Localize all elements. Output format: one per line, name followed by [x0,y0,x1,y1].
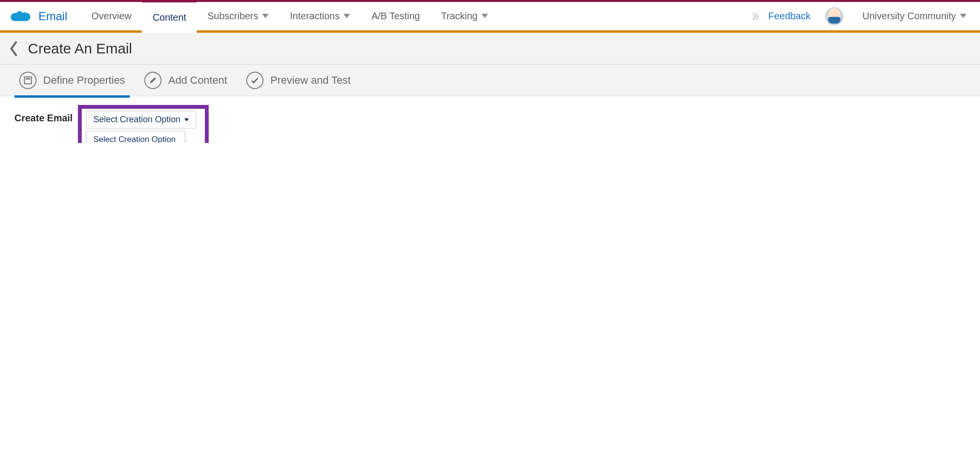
nav-content[interactable]: Content [142,0,197,33]
nav-university-community[interactable]: University Community [852,2,980,30]
check-icon [246,72,264,89]
chevron-down-icon [343,11,350,22]
nav-tracking[interactable]: Tracking [430,2,499,30]
chevron-down-icon [960,11,967,22]
properties-icon [19,72,37,89]
nav-interactions-label: Interactions [290,11,339,22]
step-label: Define Properties [43,74,125,87]
brand-label: Email [38,10,67,23]
workarea: Create Email Select Creation Option Sele… [0,96,980,143]
option-select-creation-option[interactable]: Select Creation Option [87,131,185,143]
step-add-content[interactable]: Add Content [144,72,227,89]
salesforce-cloud-icon [10,9,31,24]
step-label: Add Content [168,74,227,87]
nav-subscribers-label: Subscribers [207,11,258,22]
nav-subscribers[interactable]: Subscribers [197,2,279,30]
avatar[interactable] [825,7,843,26]
step-define-properties[interactable]: Define Properties [19,72,125,89]
page-title: Create An Email [28,40,132,57]
select-button-label: Select Creation Option [93,115,180,125]
chevron-right-icon [748,2,763,30]
svg-rect-0 [25,77,31,83]
back-button[interactable] [9,40,28,57]
top-nav: Email Overview Content Subscribers Inter… [0,2,980,33]
creation-option-dropdown: Select Creation Option Template Template… [86,131,185,143]
chevron-down-icon [262,11,269,22]
create-email-label: Create Email [14,113,73,124]
nav-feedback-label: Feedback [768,11,811,22]
nav-abtesting[interactable]: A/B Testing [361,2,430,30]
creation-option-select[interactable]: Select Creation Option [86,111,196,129]
pencil-icon [144,72,162,89]
svg-rect-1 [26,78,30,79]
nav-interactions[interactable]: Interactions [279,2,361,30]
nav-abtesting-label: A/B Testing [371,11,420,22]
step-preview-test[interactable]: Preview and Test [246,72,351,89]
nav-content-label: Content [152,12,186,23]
caret-down-icon [184,118,189,121]
steps-bar: Define Properties Add Content Preview an… [0,64,980,96]
subheader: Create An Email [0,33,980,64]
chevron-down-icon [481,11,488,22]
nav-overview-label: Overview [91,11,131,22]
brand: Email [0,2,81,30]
nav-univ-label: University Community [863,11,956,22]
step-label: Preview and Test [270,74,351,87]
nav-overview[interactable]: Overview [81,2,142,30]
nav-tracking-label: Tracking [441,11,477,22]
nav-feedback[interactable]: Feedback [763,2,817,30]
